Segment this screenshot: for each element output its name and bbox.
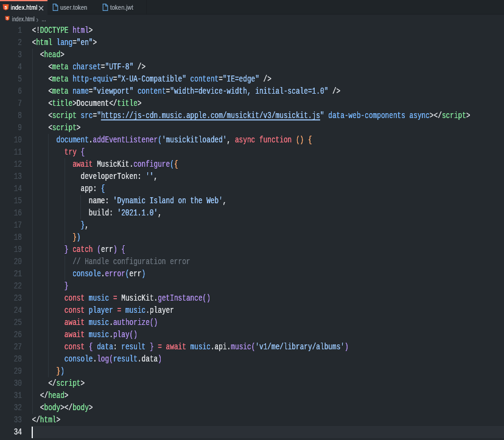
svg-text:5: 5 [6,16,8,20]
svg-text:5: 5 [5,5,7,10]
